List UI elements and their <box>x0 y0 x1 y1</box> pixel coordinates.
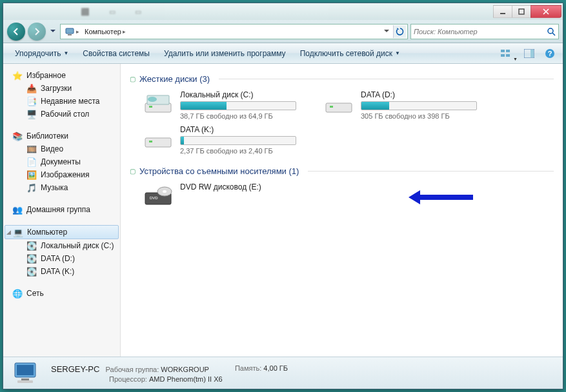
sidebar-item-pictures[interactable]: 🖼️Изображения <box>3 168 120 181</box>
dvd-drive-e[interactable]: DVD DVD RW дисковод (E:) <box>143 182 310 208</box>
history-dropdown[interactable] <box>48 24 57 39</box>
breadcrumb-computer-icon[interactable]: ▸ <box>62 26 82 37</box>
drive-name: DVD RW дисковод (E:) <box>180 182 310 191</box>
navigation-pane: ⭐Избранное 📥Загрузки 📑Недавние места 🖥️Р… <box>3 64 121 357</box>
sidebar-item-recent[interactable]: 📑Недавние места <box>3 95 120 108</box>
hdd-icon <box>143 125 174 151</box>
hard-drives-list: Локальный диск (C:) 38,7 ГБ свободно из … <box>143 90 554 155</box>
pc-name: SERGEY-PC <box>51 364 99 374</box>
main-content: ▢ Жесткие диски (3) Локальный диск (C:) … <box>121 64 563 357</box>
homegroup-icon: 👥 <box>12 204 23 215</box>
address-dropdown[interactable] <box>380 25 393 38</box>
search-input[interactable] <box>414 28 547 35</box>
capacity-bar <box>180 101 296 110</box>
drive-free-text: 38,7 ГБ свободно из 64,9 ГБ <box>180 112 310 120</box>
window-buttons <box>494 5 561 18</box>
search-box[interactable] <box>410 24 559 39</box>
svg-rect-21 <box>149 141 152 142</box>
sidebar-item-music[interactable]: 🎵Музыка <box>3 181 120 194</box>
sidebar-item-desktop[interactable]: 🖥️Рабочий стол <box>3 108 120 121</box>
svg-rect-3 <box>68 34 72 35</box>
svg-rect-2 <box>66 28 74 34</box>
video-icon: 🎞️ <box>26 144 37 154</box>
address-bar[interactable]: ▸ Компьютер ▸ <box>60 24 408 39</box>
network-group: 🌐Сеть <box>3 287 120 300</box>
sidebar-item-local-disk-c[interactable]: 💽Локальный диск (C:) <box>3 239 120 252</box>
svg-point-24 <box>163 190 167 193</box>
hdd-icon <box>143 90 174 116</box>
dvd-icon: DVD <box>143 182 174 208</box>
network-header[interactable]: 🌐Сеть <box>3 287 120 300</box>
map-network-drive-button[interactable]: Подключить сетевой диск▼ <box>294 46 407 61</box>
svg-rect-30 <box>21 378 29 380</box>
svg-rect-8 <box>501 54 505 57</box>
forward-button[interactable] <box>28 23 46 41</box>
sidebar-item-documents[interactable]: 📄Документы <box>3 155 120 168</box>
content-area: ⭐Избранное 📥Загрузки 📑Недавние места 🖥️Р… <box>3 64 563 357</box>
removable-section[interactable]: ▢ Устройства со съемными носителями (1) <box>130 166 554 176</box>
minimize-button[interactable] <box>493 5 512 18</box>
refresh-button[interactable] <box>393 25 406 38</box>
svg-rect-0 <box>500 13 505 14</box>
organize-menu[interactable]: Упорядочить▼ <box>8 46 75 61</box>
svg-rect-6 <box>501 50 505 52</box>
sidebar-item-videos[interactable]: 🎞️Видео <box>3 142 120 155</box>
sidebar-item-data-k[interactable]: 💽DATA (K:) <box>3 265 120 278</box>
breadcrumb-label: Компьютер <box>85 28 121 35</box>
favorites-header[interactable]: ⭐Избранное <box>3 69 120 82</box>
capacity-bar <box>180 136 296 145</box>
drive-d[interactable]: DATA (D:) 305 ГБ свободно из 398 ГБ <box>323 90 491 120</box>
expand-icon: ▢ <box>130 168 136 175</box>
back-button[interactable] <box>7 23 25 41</box>
capacity-bar <box>361 101 477 110</box>
svg-text:DVD: DVD <box>150 196 158 200</box>
svg-rect-26 <box>416 195 473 200</box>
svg-point-4 <box>548 28 553 34</box>
svg-point-17 <box>148 97 157 102</box>
svg-marker-27 <box>409 190 420 204</box>
sidebar-item-data-d[interactable]: 💽DATA (D:) <box>3 252 120 265</box>
details-text: SERGEY-PC Рабочая группа: WORKGROUP Памя… <box>51 363 288 383</box>
details-pane: SERGEY-PC Рабочая группа: WORKGROUP Памя… <box>3 357 563 389</box>
libraries-icon: 📚 <box>12 131 23 141</box>
desktop-icon: 🖥️ <box>26 109 37 119</box>
removable-list: DVD DVD RW дисковод (E:) <box>143 182 554 208</box>
collapse-icon[interactable]: ◢ <box>6 229 11 235</box>
svg-rect-1 <box>519 9 524 14</box>
sidebar-item-downloads[interactable]: 📥Загрузки <box>3 82 120 95</box>
computer-large-icon <box>11 360 42 386</box>
svg-rect-9 <box>506 54 510 57</box>
command-bar: Упорядочить▼ Свойства системы Удалить ил… <box>3 43 563 64</box>
svg-rect-19 <box>330 106 333 108</box>
system-properties-button[interactable]: Свойства системы <box>76 46 156 61</box>
breadcrumb-computer[interactable]: Компьютер ▸ <box>82 28 128 35</box>
help-button[interactable]: ? <box>542 46 558 61</box>
network-icon: 🌐 <box>12 288 23 299</box>
preview-pane-button[interactable] <box>521 46 537 61</box>
pictures-icon: 🖼️ <box>26 170 37 180</box>
svg-rect-29 <box>17 365 34 375</box>
svg-rect-31 <box>17 380 33 383</box>
libraries-header[interactable]: 📚Библиотеки <box>3 130 120 142</box>
close-button[interactable] <box>531 5 561 18</box>
computer-header[interactable]: ◢💻Компьютер <box>5 225 119 239</box>
title-blur-bg: ⬛▭▭ <box>3 8 494 16</box>
uninstall-programs-button[interactable]: Удалить или изменить программу <box>157 46 292 61</box>
drive-c[interactable]: Локальный диск (C:) 38,7 ГБ свободно из … <box>143 90 310 120</box>
computer-group: ◢💻Компьютер 💽Локальный диск (C:) 💽DATA (… <box>3 225 120 278</box>
expand-icon: ▢ <box>130 75 136 83</box>
homegroup-header[interactable]: 👥Домашняя группа <box>3 203 120 216</box>
disk-icon: 💽 <box>26 253 37 264</box>
disk-icon: 💽 <box>26 266 37 277</box>
favorites-group: ⭐Избранное 📥Загрузки 📑Недавние места 🖥️Р… <box>3 69 120 121</box>
drive-k[interactable]: DATA (K:) 2,37 ГБ свободно из 2,40 ГБ <box>143 125 310 155</box>
search-icon <box>547 27 556 36</box>
annotation-arrow <box>409 190 473 206</box>
svg-rect-11 <box>531 50 534 57</box>
maximize-button[interactable] <box>512 5 531 18</box>
drive-free-text: 2,37 ГБ свободно из 2,40 ГБ <box>180 147 310 155</box>
svg-text:?: ? <box>548 50 552 57</box>
drive-name: Локальный диск (C:) <box>180 90 310 99</box>
hard-drives-section[interactable]: ▢ Жесткие диски (3) <box>130 74 554 84</box>
view-options-button[interactable]: ▼ <box>498 46 514 61</box>
